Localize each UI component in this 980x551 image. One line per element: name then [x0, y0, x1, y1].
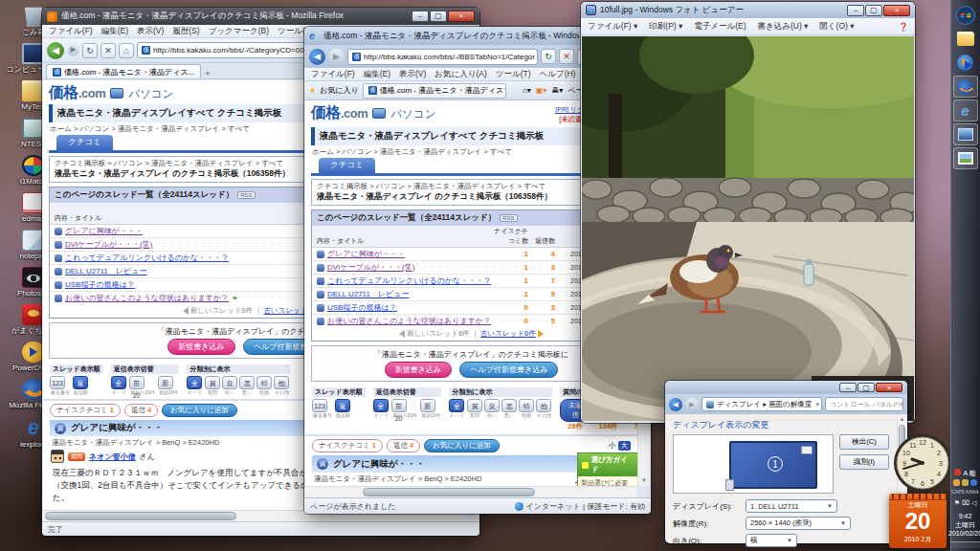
menu-burn[interactable]: 書き込み(U) ▾ — [758, 21, 809, 33]
tab-kuchikomi[interactable]: クチコミ — [56, 135, 113, 150]
ie-tab[interactable]: 価 価格.com - 液晶モニタ・液晶ディスプレ... — [363, 83, 506, 99]
menu-open[interactable]: 開く(O) ▾ — [819, 21, 854, 33]
tab-kuchikomi[interactable]: クチコミ — [319, 158, 375, 173]
menu-file[interactable]: ファイル(F) — [49, 26, 93, 37]
monitor-preview[interactable]: 1 — [729, 441, 817, 489]
menu-favorites[interactable]: お気に入り(A) — [434, 69, 486, 80]
taskbar-clock[interactable]: 9:42 土曜日 2010/02/20 — [948, 512, 980, 538]
orientation-select[interactable]: 横▼ — [746, 534, 797, 547]
thread-link[interactable]: グレアに興味が・・・ — [65, 226, 143, 236]
class-sale[interactable]: 特特価 — [519, 399, 534, 419]
class-question[interactable]: 質質問 — [205, 376, 220, 396]
class-bad[interactable]: 悪悪い — [501, 399, 517, 419]
class-all[interactable]: 全すべて — [449, 399, 465, 419]
back-button[interactable]: ◀ — [669, 398, 682, 411]
new-post-button[interactable]: 新規書き込み — [385, 362, 452, 378]
minimize-button[interactable]: – — [412, 11, 429, 22]
rss-badge[interactable]: RSS — [237, 191, 255, 199]
home-button[interactable]: ⌂ — [119, 43, 134, 58]
ie-hscrollbar[interactable] — [305, 486, 637, 497]
forward-button[interactable]: ▶ — [685, 398, 699, 411]
class-good[interactable]: 良良い — [222, 376, 237, 396]
thread-link[interactable]: DELL U2711 レビュー — [327, 289, 409, 299]
forward-button[interactable]: ▶ — [328, 49, 345, 65]
address-bar[interactable]: 価 http://bbs.kakaku.com/bbs/-/BBSTabNo=1… — [347, 49, 538, 65]
maximize-button[interactable]: ▢ — [865, 5, 882, 16]
menu-email[interactable]: 電子メール(E) — [694, 21, 746, 33]
sort-by-number[interactable]: 123書込番号 — [312, 399, 333, 419]
maximize-button[interactable]: ▢ — [858, 383, 875, 392]
minimize-button[interactable]: – — [839, 383, 857, 392]
back-button[interactable]: ◀ — [309, 49, 325, 65]
class-other[interactable]: 他その他 — [536, 399, 552, 419]
older-threads[interactable]: 古いスレッド6件 — [480, 329, 536, 338]
author-link[interactable]: ネオン管小僧 — [89, 452, 136, 462]
back-button[interactable]: ◀ — [47, 42, 64, 59]
clock-gadget[interactable]: 12369 1245 781011 — [893, 433, 952, 493]
help-post-button[interactable]: ヘルプ付新規書き込み — [459, 362, 558, 378]
board-breadcrumb[interactable]: クチコミ掲示板 > パソコン > 液晶モニタ・液晶ディスプレイ > すべて — [317, 182, 626, 191]
menu-edit[interactable]: 編集(E) — [101, 26, 128, 37]
taskbar-display-settings[interactable] — [953, 123, 978, 145]
reload-button[interactable]: ↻ — [82, 43, 98, 58]
thread-link[interactable]: お使いの皆さんこのような症状はありますか？ — [65, 293, 229, 303]
show-desktop-button[interactable] — [950, 541, 980, 548]
new-tab-button[interactable]: + — [205, 69, 210, 78]
ime-indicator[interactable]: A 般 — [963, 469, 975, 477]
section-label[interactable]: パソコン — [128, 87, 173, 101]
show-all[interactable]: 全すべて — [373, 399, 390, 419]
tray-icon-2[interactable] — [962, 479, 969, 486]
taskbar-ie[interactable]: e — [953, 99, 978, 121]
thread-link[interactable]: DELL U2711 レビュー — [65, 266, 146, 276]
taskbar-photo-viewer[interactable] — [953, 147, 978, 169]
firefox-titlebar[interactable]: 価格.com - 液晶モニタ・液晶ディスプレイのクチコミ掲示板 - Mozill… — [42, 8, 479, 25]
add-favorite-button[interactable]: お気に入りに追加 — [424, 439, 500, 452]
menu-print[interactable]: 印刷(P) ▾ — [649, 21, 682, 33]
display-select[interactable]: 1. DELL U2711▼ — [746, 499, 837, 513]
class-good[interactable]: 良良い — [484, 399, 500, 419]
menu-help[interactable]: ヘルプ(H) — [540, 69, 576, 80]
sort-by-reply[interactable]: 返返信順 — [73, 376, 89, 396]
display-titlebar[interactable]: –▢× — [665, 381, 907, 394]
class-bad[interactable]: 悪悪い — [239, 376, 255, 396]
refresh-button[interactable]: ↻ — [541, 49, 556, 64]
add-favorite-button[interactable]: お気に入りに追加 — [162, 404, 237, 417]
rss-badge[interactable]: RSS — [500, 214, 517, 222]
menu-view[interactable]: 表示(V) — [137, 26, 164, 37]
text-size-large[interactable]: 大 — [618, 441, 632, 451]
newer-threads[interactable]: 新しいスレッド6件 — [407, 329, 469, 338]
close-button[interactable]: × — [448, 11, 475, 22]
help-icon[interactable]: ❓ — [898, 22, 908, 32]
menu-edit[interactable]: 編集(E) — [364, 69, 390, 80]
feed-icon[interactable]: ▣▾ — [536, 86, 547, 95]
print-icon[interactable]: 🖶▾ — [551, 86, 563, 95]
flag-icon[interactable]: ⚑ — [954, 498, 960, 507]
class-question[interactable]: 質質問 — [467, 399, 482, 419]
ime-error-icon[interactable] — [954, 469, 961, 475]
show-first20[interactable]: 前20最初の20件 — [391, 399, 418, 419]
menu-tools[interactable]: ツール(T) — [496, 69, 531, 80]
menu-file[interactable]: ファイル(F) — [311, 69, 355, 80]
menu-view[interactable]: 表示(V) — [399, 69, 426, 80]
thread-link[interactable]: USB端子の規格は？ — [65, 279, 135, 290]
class-sale[interactable]: 特特価 — [256, 376, 272, 396]
favorites-label[interactable]: お気に入り — [320, 85, 359, 96]
newer-threads[interactable]: 新しいスレッド6件 — [190, 306, 253, 315]
detect-button[interactable]: 検出(C) — [839, 434, 889, 450]
sort-by-reply[interactable]: 返返信順 — [335, 399, 351, 419]
stop-button[interactable]: ✕ — [100, 43, 116, 58]
photo-viewer-titlebar[interactable]: 10full.jpg - Windows フォト ビューアー –▢× — [581, 2, 915, 18]
taskbar-media-player[interactable]: ▶ — [953, 52, 978, 74]
maximize-button[interactable]: ▢ — [430, 11, 447, 22]
thread-link[interactable]: DVIケーブルが・・・(笑) — [327, 262, 414, 273]
thread-link[interactable]: これってデュアルリンクいけるのかな・・・？ — [327, 276, 491, 286]
taskbar-explorer[interactable] — [953, 28, 978, 50]
thread-breadcrumb[interactable]: 液晶モニタ・液晶ディスプレイ > BenQ > E2420HD — [305, 474, 575, 485]
control-panel-search[interactable]: コントロール パネルの検索 ⌕ — [825, 397, 903, 411]
sort-by-number[interactable]: 123書込番号 — [50, 376, 71, 396]
close-button[interactable]: × — [876, 383, 902, 392]
kakaku-logo[interactable]: 価格.com — [49, 85, 105, 101]
calendar-gadget[interactable]: 土曜日 20 2010 2月 — [889, 494, 947, 548]
thread-link[interactable]: これってデュアルリンクいけるのかな・・・？ — [65, 253, 229, 263]
start-button[interactable] — [953, 4, 978, 26]
